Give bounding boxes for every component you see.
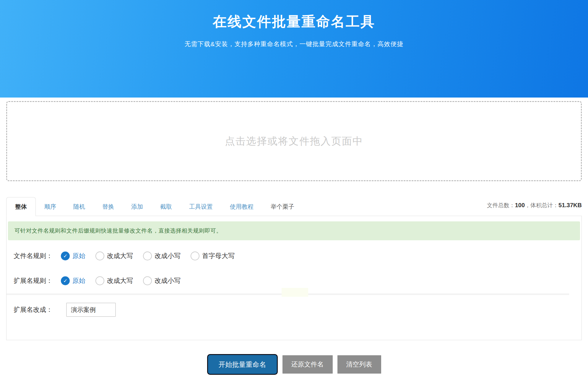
option-label: 改成小写 — [155, 276, 181, 285]
faint-highlight — [282, 288, 308, 297]
stats-separator: ， — [525, 202, 530, 208]
radio-unchecked-icon[interactable] — [143, 276, 152, 285]
tab-content-panel: 可针对文件名规则和文件后缀规则快速批量修改文件名，直接选择相关规则即可。 文件名… — [6, 216, 582, 340]
filename-rule-original[interactable]: ✓ 原始 — [61, 252, 85, 260]
option-label: 首字母大写 — [202, 252, 235, 260]
dropzone-hint: 点击选择或将文件拖入页面中 — [225, 134, 363, 148]
option-label: 原始 — [72, 252, 85, 260]
page-title: 在线文件批量重命名工具 — [0, 0, 588, 31]
radio-unchecked-icon[interactable] — [143, 252, 152, 260]
total-size-value: 51.37KB — [558, 202, 582, 208]
tab-tutorial[interactable]: 使用教程 — [221, 197, 262, 216]
extension-rule-label: 扩展名规则： — [14, 276, 53, 285]
tab-add[interactable]: 添加 — [123, 197, 152, 216]
clear-list-button[interactable]: 清空列表 — [337, 355, 381, 374]
extension-rule-original[interactable]: ✓ 原始 — [61, 276, 85, 285]
total-size-label: 体积总计： — [530, 202, 558, 208]
tab-sequence[interactable]: 顺序 — [36, 197, 65, 216]
file-stats: 文件总数：100，体积总计：51.37KB — [487, 202, 582, 211]
file-count-value: 100 — [515, 202, 525, 208]
tab-bar: 整体 顺序 随机 替换 添加 截取 工具设置 使用教程 举个栗子 文件总数：10… — [6, 197, 582, 216]
filename-rule-lowercase[interactable]: 改成小写 — [143, 252, 181, 260]
check-icon: ✓ — [63, 278, 67, 284]
hero-banner: 在线文件批量重命名工具 无需下载&安装，支持多种重命名模式，一键批量完成文件重命… — [0, 0, 588, 98]
tab-example[interactable]: 举个栗子 — [262, 197, 303, 216]
option-label: 改成大写 — [107, 276, 133, 285]
check-icon: ✓ — [63, 253, 67, 259]
radio-unchecked-icon[interactable] — [191, 252, 199, 260]
extension-rule-row: 扩展名规则： ✓ 原始 改成大写 改成小写 — [14, 276, 581, 285]
tab-tool-settings[interactable]: 工具设置 — [181, 197, 221, 216]
option-label: 改成大写 — [107, 252, 133, 260]
page-subtitle: 无需下载&安装，支持多种重命名模式，一键批量完成文件重命名，高效便捷 — [0, 40, 588, 48]
start-rename-button[interactable]: 开始批量重命名 — [207, 354, 278, 375]
tab-overall[interactable]: 整体 — [6, 197, 36, 216]
radio-checked-icon[interactable]: ✓ — [61, 252, 70, 260]
tab-truncate[interactable]: 截取 — [152, 197, 181, 216]
option-label: 原始 — [72, 276, 85, 285]
success-notice: 可针对文件名规则和文件后缀规则快速批量修改文件名，直接选择相关规则即可。 — [8, 221, 580, 240]
file-dropzone[interactable]: 点击选择或将文件拖入页面中 — [6, 101, 582, 181]
main-card: 点击选择或将文件拖入页面中 整体 顺序 随机 替换 添加 截取 工具设置 使用教… — [0, 101, 588, 375]
restore-filenames-button[interactable]: 还原文件名 — [282, 355, 333, 374]
extension-rule-uppercase[interactable]: 改成大写 — [95, 276, 133, 285]
file-count-label: 文件总数： — [487, 202, 515, 208]
extension-change-input[interactable] — [66, 303, 116, 317]
tab-random[interactable]: 随机 — [65, 197, 94, 216]
filename-rule-uppercase[interactable]: 改成大写 — [95, 252, 133, 260]
radio-unchecked-icon[interactable] — [95, 276, 104, 285]
option-label: 改成小写 — [155, 252, 181, 260]
extension-change-label: 扩展名改成： — [14, 305, 53, 314]
radio-checked-icon[interactable]: ✓ — [61, 276, 70, 285]
extension-rule-lowercase[interactable]: 改成小写 — [143, 276, 181, 285]
action-button-row: 开始批量重命名 还原文件名 清空列表 — [0, 354, 588, 375]
extension-change-row: 扩展名改成： — [14, 303, 581, 317]
notice-text: 可针对文件名规则和文件后缀规则快速批量修改文件名，直接选择相关规则即可。 — [14, 227, 222, 235]
radio-unchecked-icon[interactable] — [95, 252, 104, 260]
tab-replace[interactable]: 替换 — [94, 197, 123, 216]
filename-rule-capitalize[interactable]: 首字母大写 — [191, 252, 235, 260]
filename-rule-row: 文件名规则： ✓ 原始 改成大写 改成小写 首字母大写 — [14, 252, 581, 260]
filename-rule-label: 文件名规则： — [14, 252, 53, 260]
